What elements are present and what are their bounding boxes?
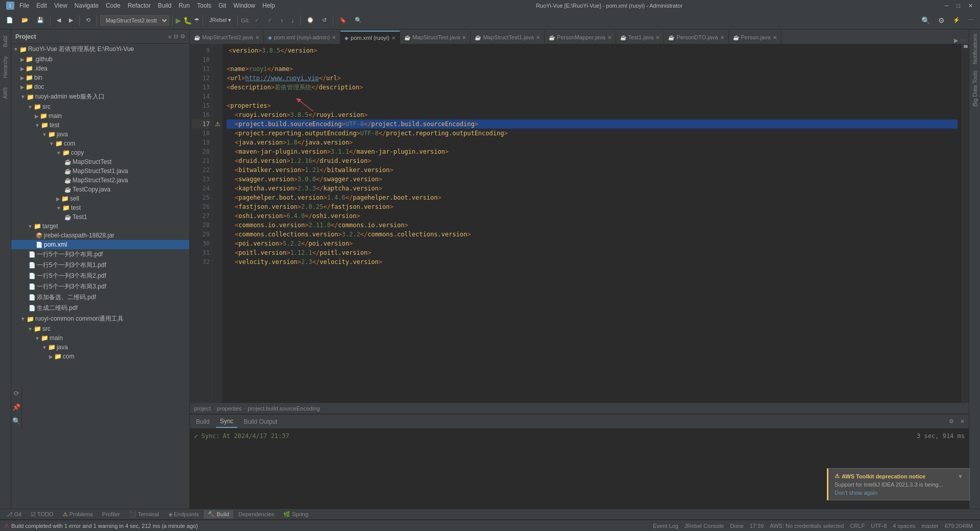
persondto-tab-close[interactable]: ✕ [720,35,724,40]
tab-mapstructtest-java[interactable]: ☕ MapStructTest.java ✕ [400,31,471,44]
tree-item-pdf1[interactable]: 📄 一行5个一列3个布局.pdf [11,249,189,260]
tree-item-com[interactable]: ▼ 📁 com [11,139,189,148]
menu-view[interactable]: View [52,2,69,9]
tab-right-arrow[interactable]: ▶ [954,37,958,44]
sync-action-icon[interactable]: ⟳ [13,388,20,399]
status-crlf[interactable]: CRLF [847,523,868,529]
test1-tab-close[interactable]: ✕ [655,35,659,40]
menu-refactor[interactable]: Refactor [126,2,153,9]
aws-notice-expand-icon[interactable]: ▼ [958,473,963,479]
bottom-tab-git[interactable]: ⎇ Git [2,510,26,519]
mapstructtest2-tab-close[interactable]: ✕ [255,35,259,40]
search-panel-icon[interactable]: 🔍 [11,415,21,427]
status-branch[interactable]: master [918,523,942,529]
tab-pom-ruoyi[interactable]: ◆ pom.xml (ruoyi) ✕ [340,31,400,44]
maximize-button[interactable]: □ [953,3,963,9]
breadcrumb-properties[interactable]: properties [217,405,242,412]
tree-item-java2[interactable]: ▼ 📁 java [11,343,189,352]
menu-build[interactable]: Build [156,2,174,9]
bottom-tab-profiler[interactable]: Profiler [98,510,124,518]
save-icon[interactable]: 💾 [34,15,47,25]
tree-item-mapstructtest1[interactable]: ☕ MapStructTest1.java [11,166,189,176]
bottom-tab-build-main[interactable]: 🔨 Build [204,510,233,519]
bottom-tab-endpoints[interactable]: ◈ Endpoints [164,510,203,519]
close-button[interactable]: ✕ [965,3,976,9]
tab-person[interactable]: ☕ Person.java ✕ [729,31,781,44]
build-status-text[interactable]: Build completed with 1 error and 1 warni… [11,523,198,529]
tree-item-test-sub[interactable]: ▼ 📁 test [11,203,189,212]
panel-settings-icon[interactable]: ⚙ [947,417,956,426]
menu-git[interactable]: Git [216,2,228,9]
panel-close-icon[interactable]: ✕ [958,417,967,426]
git-push-icon[interactable]: ↑ [277,16,286,25]
tree-item-com2[interactable]: ▶ 📁 com [11,352,189,361]
coverage-button[interactable]: ☂ [194,17,200,24]
tab-test1[interactable]: ☕ Test1.java ✕ [616,31,665,44]
tab-mapstructtest2[interactable]: ☕ MapStructTest2.java ✕ [190,31,264,44]
app-menu-icon[interactable]: I [6,2,14,10]
scroll-thumb[interactable] [964,45,968,48]
breadcrumb-encoding[interactable]: project.build.sourceEncoding [248,405,320,412]
menu-help[interactable]: Help [260,2,277,9]
status-aws[interactable]: AWS: No credentials selected [767,523,847,529]
tree-item-pdf4[interactable]: 📄 一行5个一列3个布局3.pdf [11,281,189,292]
tree-item-bin[interactable]: ▶ 📁 bin [11,73,189,82]
find-icon[interactable]: 🔍 [352,15,365,25]
tree-item-jrebel-jar[interactable]: 📦 jrebel-classpath-18828.jar [11,231,189,240]
code-area[interactable]: <version>3.8.5</version> <name>ruoyi</na… [223,44,962,403]
menu-file[interactable]: File [17,2,31,9]
menu-window[interactable]: Window [231,2,257,9]
git-ok-icon[interactable]: ✓ [264,15,275,25]
tree-item-github[interactable]: ▶ 📁 .github [11,55,189,64]
settings-icon[interactable]: ⚙ [935,15,948,26]
menu-tools[interactable]: Tools [195,2,213,9]
power-icon[interactable]: ⚡ [950,15,963,25]
tab-personmapper[interactable]: ☕ PersonMapper.java ✕ [545,31,616,44]
menu-edit[interactable]: Edit [34,2,49,9]
build-left-tab[interactable]: Build [2,32,9,51]
debug-button[interactable]: 🐛 [183,16,192,25]
status-spaces[interactable]: 4 spaces [890,523,918,529]
bottom-tab-build-output[interactable]: Build Output [239,416,281,427]
tab-mapstructtest1[interactable]: ☕ MapStructTest1.java ✕ [471,31,545,44]
tree-item-main[interactable]: ▶ 📁 main [11,111,189,120]
tree-item-test1[interactable]: ☕ Test1 [11,212,189,222]
back-icon[interactable]: ◀ [54,15,64,25]
tree-item-mapstructtest[interactable]: ☕ MapStructTest [11,157,189,166]
tree-item-pdf2[interactable]: 📄 一行5个一列3个布局1.pdf [11,260,189,271]
status-event-log[interactable]: Event Log [650,523,681,529]
tree-item-doc[interactable]: ▶ 📁 doc [11,82,189,91]
tree-item-pom-xml[interactable]: 📄 pom.xml [11,240,189,249]
notifications-right-tab[interactable]: Notifications [970,32,980,66]
history-button[interactable]: ⌚ [304,15,317,25]
menu-navigate[interactable]: Navigate [72,2,101,9]
tree-item-testcopy[interactable]: ☕ TestCopy.java [11,185,189,194]
breadcrumb-project[interactable]: project [194,405,211,412]
tab-persondto[interactable]: ☕ PersonDTO.java ✕ [664,31,728,44]
tree-item-ruoyi-admin[interactable]: ▼ 📁 ruoyi-admin web服务入口 [11,91,189,102]
sidebar-expand-icon[interactable]: ≡ [168,34,172,40]
undo-icon[interactable]: ↺ [319,15,330,25]
history-icon[interactable]: ⟲ [83,15,93,25]
tree-item-idea[interactable]: ▶ 📁 .idea [11,64,189,73]
mapstructtest-java-tab-close[interactable]: ✕ [462,35,466,40]
big-data-right-tab[interactable]: Big Data Tools [970,68,980,109]
bottom-tab-sync[interactable]: Sync [216,416,238,428]
tab-pom-admin[interactable]: ◆ pom.xml (ruoyi-admin) ✕ [264,31,340,44]
run-config-selector[interactable]: MapStructTest2.testt [100,15,169,26]
run-button[interactable]: ▶ [176,16,181,25]
person-tab-close[interactable]: ✕ [773,35,777,40]
git-fetch-icon[interactable]: ↓ [288,16,298,25]
bottom-tab-build[interactable]: Build [192,416,214,427]
tree-item-sell[interactable]: ▶ 📁 sell [11,194,189,203]
status-encoding[interactable]: UTF-8 [868,523,890,529]
more-icon[interactable]: ⋯ [965,15,977,25]
menu-run[interactable]: Run [177,2,192,9]
tab-more-icon[interactable]: ⋯ [960,37,966,44]
tree-item-root[interactable]: ▼ 📁 RuoYi-Vue 若依管理系统 E:\RuoYi-Vue [11,44,189,55]
bottom-tab-spring[interactable]: 🌿 Spring [279,510,312,519]
tree-item-mapstructtest2[interactable]: ☕ MapStructTest2.java [11,176,189,185]
jrebel-selector[interactable]: JRebel ▾ [206,15,234,25]
tree-item-ruoyi-common[interactable]: ▼ 📁 ruoyi-common common通用工具 [11,313,189,324]
tree-item-test-folder[interactable]: ▼ 📁 test [11,120,189,130]
